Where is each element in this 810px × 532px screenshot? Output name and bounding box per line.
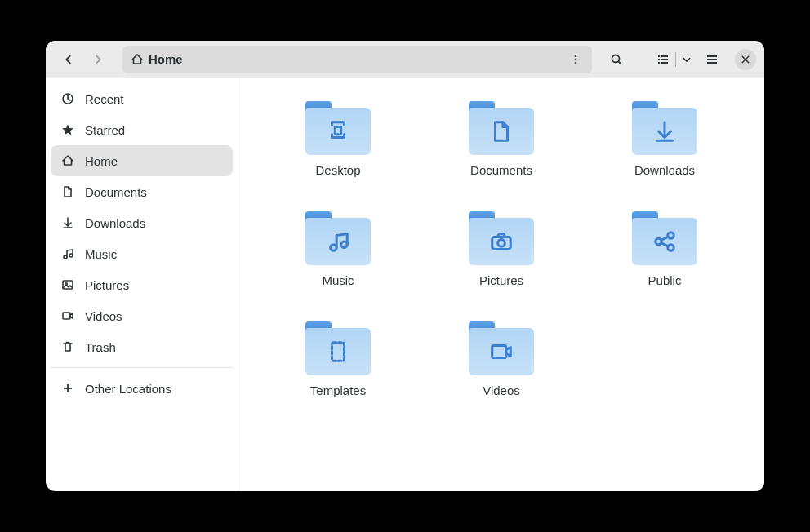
sidebar-item-starred[interactable]: Starred: [51, 114, 233, 145]
svg-rect-9: [658, 62, 660, 64]
location-label: Home: [149, 52, 564, 66]
svg-rect-7: [658, 59, 660, 60]
window-body: RecentStarredHomeDocumentsDownloadsMusic…: [46, 78, 764, 491]
folder-videos[interactable]: Videos: [426, 315, 576, 404]
sidebar-item-label: Downloads: [85, 216, 145, 230]
home-icon: [131, 53, 144, 66]
svg-line-4: [619, 61, 622, 64]
forward-button[interactable]: [85, 47, 111, 73]
svg-rect-6: [661, 55, 668, 57]
chevron-left-icon: [63, 54, 74, 65]
svg-rect-11: [707, 55, 717, 57]
svg-rect-40: [492, 346, 506, 358]
back-button[interactable]: [56, 47, 82, 73]
plus-icon: [60, 382, 75, 395]
toolbar-right: [603, 47, 756, 73]
svg-point-2: [575, 62, 577, 64]
search-icon: [610, 53, 623, 66]
sidebar-item-label: Other Locations: [85, 382, 171, 396]
view-options-button[interactable]: [676, 47, 697, 73]
hamburger-menu-button[interactable]: [699, 47, 725, 73]
document-icon: [489, 119, 514, 144]
sidebar-list: RecentStarredHomeDocumentsDownloadsMusic…: [51, 83, 233, 362]
kebab-icon: [570, 54, 581, 65]
folder-icon: [632, 211, 697, 265]
folder-desktop[interactable]: Desktop: [263, 95, 413, 184]
sidebar-item-trash[interactable]: Trash: [51, 331, 233, 362]
trash-icon: [60, 340, 75, 353]
folder-label: Pictures: [479, 273, 523, 287]
titlebar: Home: [46, 41, 764, 78]
sidebar-item-documents[interactable]: Documents: [51, 176, 233, 207]
sidebar-item-label: Starred: [85, 123, 125, 137]
picture-icon: [60, 278, 75, 291]
sidebar-item-label: Pictures: [85, 278, 129, 292]
sidebar-item-label: Documents: [85, 185, 147, 199]
folder-icon: [305, 321, 371, 375]
download-icon: [652, 119, 677, 144]
content-area: DesktopDocumentsDownloadsMusicPicturesPu…: [238, 78, 764, 491]
svg-rect-39: [332, 343, 345, 361]
svg-rect-23: [63, 313, 70, 319]
folder-label: Desktop: [315, 163, 360, 177]
close-button[interactable]: [735, 49, 756, 70]
sidebar-item-home[interactable]: Home: [51, 145, 233, 176]
svg-rect-5: [658, 55, 660, 57]
home-icon: [60, 154, 75, 167]
sidebar-separator: [51, 367, 233, 368]
folder-music[interactable]: Music: [263, 205, 413, 294]
sidebar-item-label: Recent: [85, 92, 124, 106]
svg-line-38: [661, 243, 669, 246]
folder-downloads[interactable]: Downloads: [590, 95, 740, 184]
sidebar: RecentStarredHomeDocumentsDownloadsMusic…: [46, 78, 238, 491]
folder-icon: [632, 101, 697, 155]
svg-rect-27: [335, 126, 341, 134]
clock-icon: [60, 92, 75, 105]
svg-rect-10: [661, 62, 668, 64]
svg-rect-13: [707, 62, 717, 64]
sidebar-item-recent[interactable]: Recent: [51, 83, 233, 114]
music-icon: [326, 229, 350, 254]
list-icon: [656, 53, 670, 66]
hamburger-icon: [705, 53, 719, 66]
sidebar-item-music[interactable]: Music: [51, 238, 233, 269]
folder-label: Music: [322, 273, 354, 287]
camera-icon: [489, 229, 514, 254]
folder-label: Videos: [483, 383, 520, 397]
close-icon: [741, 55, 750, 64]
svg-line-37: [661, 237, 669, 240]
view-switcher: [651, 47, 697, 73]
folder-documents[interactable]: Documents: [426, 95, 576, 184]
video-icon: [60, 309, 75, 322]
chevron-right-icon: [92, 54, 104, 65]
folder-grid: DesktopDocumentsDownloadsMusicPicturesPu…: [263, 95, 740, 404]
music-icon: [60, 247, 75, 260]
sidebar-item-label: Home: [85, 154, 118, 168]
folder-public[interactable]: Public: [590, 205, 740, 294]
sidebar-item-videos[interactable]: Videos: [51, 300, 233, 331]
folder-templates[interactable]: Templates: [263, 315, 413, 404]
svg-marker-24: [70, 313, 73, 318]
folder-icon: [469, 211, 534, 265]
svg-rect-21: [63, 281, 73, 289]
folder-icon: [305, 211, 371, 265]
download-icon: [60, 216, 75, 229]
search-button[interactable]: [603, 47, 630, 73]
sidebar-item-other-locations[interactable]: Other Locations: [51, 373, 233, 404]
sidebar-item-pictures[interactable]: Pictures: [51, 269, 233, 300]
document-icon: [60, 185, 75, 198]
list-view-button[interactable]: [651, 47, 675, 73]
share-icon: [652, 229, 677, 254]
path-menu-button[interactable]: [564, 48, 587, 71]
svg-rect-8: [661, 59, 668, 60]
template-icon: [326, 339, 350, 364]
sidebar-item-downloads[interactable]: Downloads: [51, 207, 233, 238]
chevron-down-icon: [682, 55, 692, 64]
star-icon: [60, 123, 75, 136]
folder-icon: [469, 321, 534, 375]
location-bar[interactable]: Home: [122, 46, 592, 73]
folder-icon: [305, 101, 371, 155]
folder-pictures[interactable]: Pictures: [426, 205, 576, 294]
svg-marker-41: [506, 347, 511, 356]
folder-label: Documents: [470, 163, 532, 177]
